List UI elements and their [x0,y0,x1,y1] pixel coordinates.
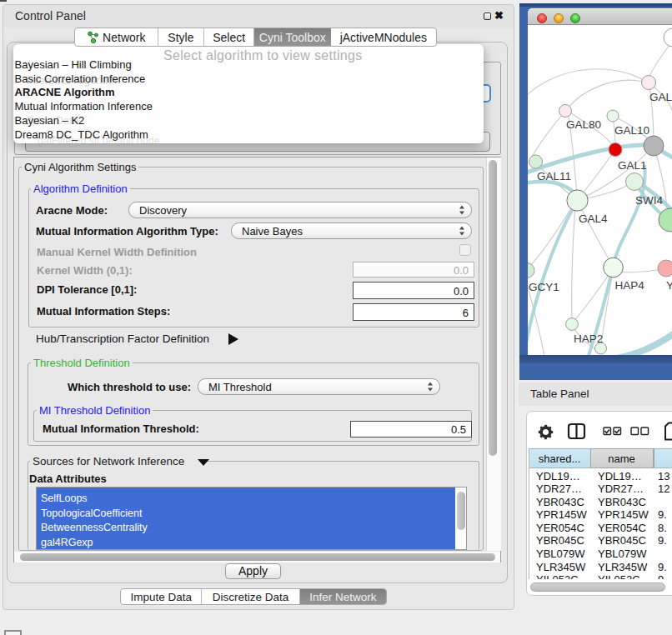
svg-text:GAL4: GAL4 [579,212,608,225]
svg-text:GAL80: GAL80 [566,118,601,131]
svg-text:SWI4: SWI4 [635,194,663,207]
svg-text:GAL10: GAL10 [614,124,649,137]
svg-text:YM: YM [666,279,672,292]
svg-text:HAP4: HAP4 [615,279,645,292]
svg-text:GAL1: GAL1 [618,159,647,172]
svg-text:GAL11: GAL11 [537,170,571,182]
svg-text:HAP2: HAP2 [574,332,603,345]
svg-text:GAL2: GAL2 [649,91,672,103]
svg-text:GCY1: GCY1 [529,281,559,293]
